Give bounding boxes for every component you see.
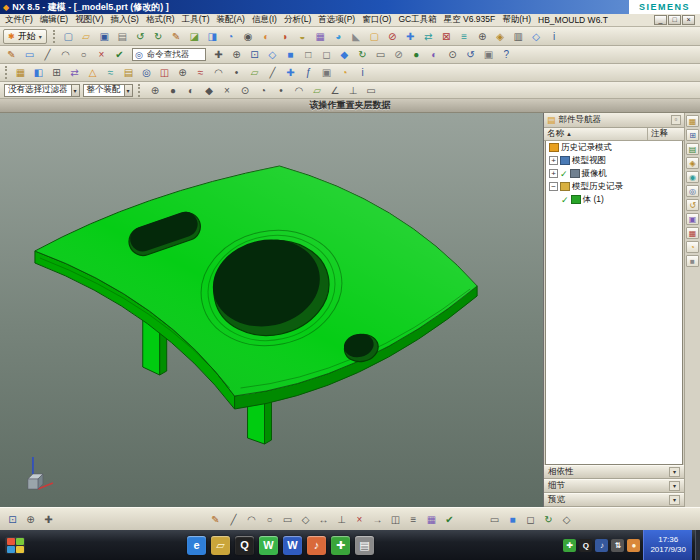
menu-item[interactable]: 格式(R) [146,14,175,26]
mirror-icon[interactable]: ◫ [387,512,404,527]
delete-face-icon[interactable]: ⊠ [438,29,455,44]
menu-item[interactable]: 窗口(O) [362,14,391,26]
navigator-section-bar[interactable]: 相依性 ▾ [544,465,684,479]
datum-csys-icon[interactable]: ✚ [402,29,419,44]
navigator-tree-row[interactable]: 历史记录模式 [546,141,682,154]
assembly-navigator-icon[interactable]: ▦ [686,115,699,127]
system-materials-icon[interactable]: ■ [686,255,699,267]
move-component-icon[interactable]: ⇄ [66,65,83,80]
tray-network-icon[interactable]: ⇅ [611,539,624,552]
wave-link-icon[interactable]: ≈ [102,65,119,80]
point-icon[interactable]: • [228,65,245,80]
navigator-tree-row[interactable]: + ✓ 摄像机 [546,167,682,180]
history-icon[interactable]: ↺ [686,199,699,211]
command-finder[interactable]: ◎ [132,48,206,61]
pmi-icon[interactable]: ◎ [138,65,155,80]
zoom-in-out-icon[interactable]: ⊕ [22,512,39,527]
checkmark-icon[interactable]: ✓ [561,195,569,205]
menu-item[interactable]: 文件(F) [5,14,33,26]
perspective-icon[interactable]: ◇ [558,512,575,527]
point-on-face-icon[interactable]: ▱ [309,83,326,98]
finish-sketch-icon[interactable]: ✔ [111,47,128,62]
new-file-icon[interactable]: ▢ [60,29,77,44]
end-point-icon[interactable]: ● [165,83,182,98]
circle-icon[interactable]: ○ [75,47,92,62]
assembly-icon[interactable]: ▦ [12,65,29,80]
roles-tab-icon[interactable]: ◔ [686,241,699,253]
polygon-icon[interactable]: ◇ [297,512,314,527]
subtract-icon[interactable]: ◑ [276,29,293,44]
view-snapshot-icon[interactable]: ▣ [318,65,335,80]
rotate-mode-icon[interactable]: ↻ [540,512,557,527]
undo-icon[interactable]: ↺ [132,29,149,44]
arc-center-icon[interactable]: ⊙ [237,83,254,98]
save-icon[interactable]: ▣ [96,29,113,44]
existing-point-icon[interactable]: • [273,83,290,98]
information-icon[interactable]: i [354,65,371,80]
reuse-library-icon[interactable]: ◈ [686,157,699,169]
minimize-button[interactable]: _ [654,15,667,25]
refresh-icon[interactable]: ↺ [462,47,479,62]
control-point-icon[interactable]: ◆ [201,83,218,98]
point-on-curve-icon[interactable]: ◠ [291,83,308,98]
angle-snap-icon[interactable]: ∠ [327,83,344,98]
taskbar-app-folder[interactable]: ▱ [211,536,230,555]
redo-icon[interactable]: ↻ [150,29,167,44]
trim-icon[interactable]: × [351,512,368,527]
tray-qq-icon[interactable]: Q [579,539,592,552]
menu-item[interactable]: 工具(T) [182,14,210,26]
front-view-icon[interactable]: ◻ [318,47,335,62]
web-browser-icon[interactable]: ◎ [686,185,699,197]
expand-toggle-icon[interactable]: − [549,182,558,191]
add-component-icon[interactable]: ◧ [30,65,47,80]
taskbar-clock[interactable]: 17:36 2017/9/30 [643,530,692,560]
extrude-icon[interactable]: ◨ [204,29,221,44]
start-menu-button[interactable]: ✱ 开始 ▾ [3,29,47,44]
mid-point-icon[interactable]: ◐ [183,83,200,98]
csys-icon[interactable]: ✚ [282,65,299,80]
taskbar-app-safe[interactable]: ✚ [331,536,350,555]
column-header-name[interactable]: 名称 ▲ [544,128,648,140]
checkmark-icon[interactable]: ✓ [560,169,568,179]
quadrant-point-icon[interactable]: ◔ [255,83,272,98]
taskbar-app-notepad[interactable]: ▤ [355,536,374,555]
taskbar-app-wps[interactable]: W [283,536,302,555]
fit-window-icon[interactable]: ⊡ [4,512,21,527]
finish-icon[interactable]: ✔ [441,512,458,527]
chevron-down-icon[interactable]: ▾ [124,85,132,96]
taskbar-app-music[interactable]: ♪ [307,536,326,555]
windows-start-button[interactable] [5,537,25,554]
navigator-tree-row[interactable]: ✓ 体 (1) [546,193,682,206]
constraint-navigator-icon[interactable]: ⊞ [686,129,699,141]
quick-trim-icon[interactable]: × [93,47,110,62]
help-icon[interactable]: ? [498,47,515,62]
intersection-point-icon[interactable]: × [219,83,236,98]
clearance-warning-icon[interactable]: △ [84,65,101,80]
line-icon[interactable]: ╱ [39,47,56,62]
zoom-window-icon[interactable]: ▭ [372,47,389,62]
curve-icon[interactable]: ◠ [210,65,227,80]
snap-point-icon[interactable]: ⊕ [147,83,164,98]
shaded-mode-icon[interactable]: ■ [504,512,521,527]
note-icon[interactable]: ▤ [120,65,137,80]
chevron-down-icon[interactable]: ▾ [669,467,680,477]
zoom-window-tool-icon[interactable]: ▭ [486,512,503,527]
selection-scope-dropdown[interactable]: 整个装配 ▾ [83,84,133,97]
sketch-icon[interactable]: ✎ [168,29,185,44]
navigator-section-bar[interactable]: 预览 ▾ [544,493,684,507]
command-finder-input[interactable] [145,49,203,61]
profile-line-icon[interactable]: ╱ [225,512,242,527]
taskbar-app-browser[interactable]: e [187,536,206,555]
close-button[interactable]: × [682,15,695,25]
zoom-icon[interactable]: ⊕ [228,47,245,62]
chamfer-icon[interactable]: ◣ [348,29,365,44]
pattern-feature-icon[interactable]: ▦ [312,29,329,44]
measure-distance-icon[interactable]: ⊕ [174,65,191,80]
tray-safe-icon[interactable]: ✚ [563,539,576,552]
tray-volume-icon[interactable]: ♪ [595,539,608,552]
menu-item[interactable]: 帮助(H) [502,14,531,26]
pan-view-icon[interactable]: ✚ [40,512,57,527]
selection-filter-dropdown[interactable]: 没有选择过滤器 ▾ [4,84,80,97]
menu-item[interactable]: 插入(S) [111,14,139,26]
tray-update-icon[interactable]: ● [627,539,640,552]
